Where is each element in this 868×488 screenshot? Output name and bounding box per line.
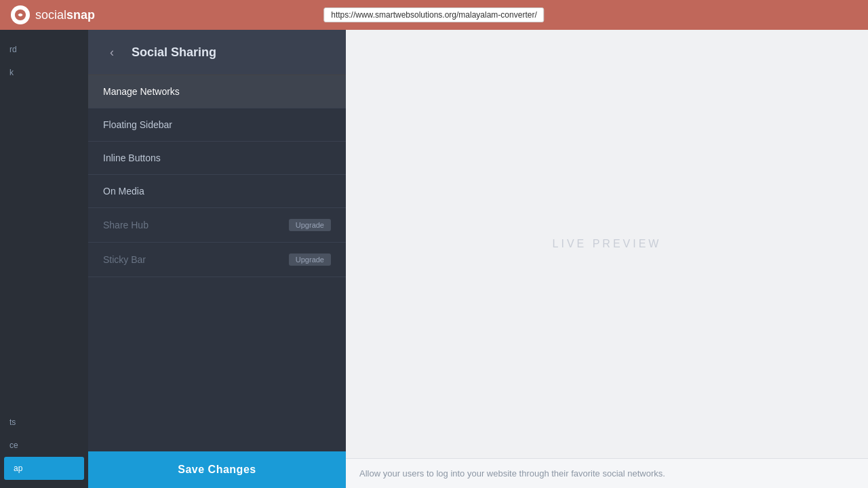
upgrade-badge-share-hub[interactable]: Upgrade — [289, 219, 331, 231]
menu-item-floating-sidebar[interactable]: Floating Sidebar — [88, 108, 346, 142]
logo-icon — [11, 5, 30, 24]
save-button[interactable]: Save Changes — [88, 451, 346, 488]
far-sidebar: rd k ts ce ap — [0, 30, 88, 488]
preview-footer-text: Allow your users to log into your websit… — [359, 468, 665, 479]
preview-footer: Allow your users to log into your websit… — [346, 458, 868, 488]
menu-item-label: On Media — [103, 186, 144, 197]
plugin-sidebar: ‹ Social Sharing Manage Networks Floatin… — [88, 30, 346, 488]
menu-item-label: Floating Sidebar — [103, 119, 172, 130]
logo: socialsnap — [11, 5, 95, 24]
top-bar: socialsnap https://www.smartwebsolutions… — [0, 0, 868, 30]
preview-main: LIVE PREVIEW — [346, 30, 868, 458]
back-button[interactable]: ‹ — [102, 42, 122, 62]
menu-item-label: Manage Networks — [103, 86, 180, 97]
menu-item-inline-buttons[interactable]: Inline Buttons — [88, 142, 346, 175]
menu-item-manage-networks[interactable]: Manage Networks — [88, 75, 346, 108]
menu-item-label: Share Hub — [103, 220, 149, 230]
main-content: rd k ts ce ap ‹ Social Sharing Manage Ne… — [0, 30, 868, 488]
menu-item-sticky-bar[interactable]: Sticky Bar Upgrade — [88, 243, 346, 277]
url-bar[interactable]: https://www.smartwebsolutions.org/malaya… — [323, 7, 544, 22]
sidebar-item-ap[interactable]: ap — [4, 457, 84, 480]
menu-item-label: Inline Buttons — [103, 152, 161, 163]
upgrade-badge-sticky-bar[interactable]: Upgrade — [289, 253, 331, 266]
menu-item-on-media[interactable]: On Media — [88, 175, 346, 208]
live-preview-label: LIVE PREVIEW — [553, 238, 662, 250]
sidebar-item-ts[interactable]: ts — [0, 411, 88, 434]
logo-text: socialsnap — [35, 8, 95, 22]
menu-item-label: Sticky Bar — [103, 254, 146, 265]
menu-item-share-hub[interactable]: Share Hub Upgrade — [88, 208, 346, 243]
sidebar-item-ce[interactable]: ce — [0, 434, 88, 457]
preview-area: LIVE PREVIEW Allow your users to log int… — [346, 30, 868, 488]
sidebar-header: ‹ Social Sharing — [88, 30, 346, 75]
sidebar-menu: Manage Networks Floating Sidebar Inline … — [88, 75, 346, 451]
sidebar-item-k[interactable]: k — [0, 61, 88, 84]
sidebar-title: Social Sharing — [132, 45, 216, 60]
sidebar-item-rd[interactable]: rd — [0, 38, 88, 61]
